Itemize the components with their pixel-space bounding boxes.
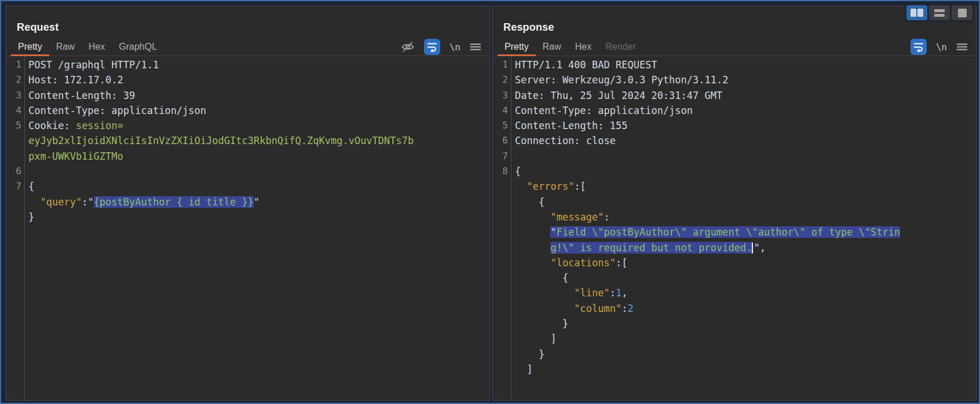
code-segment: 2 <box>628 303 634 314</box>
code-text: Content-Length: 39 <box>21 88 135 103</box>
code-text: ] <box>508 331 557 346</box>
line-number <box>493 270 508 285</box>
code-text: Content-Length: 155 <box>508 118 627 133</box>
word-wrap-button[interactable] <box>910 39 927 55</box>
code-row[interactable]: pxm-UWKVb1iGZTMo <box>6 149 489 164</box>
code-row[interactable]: 5Content-Length: 155 <box>493 118 976 133</box>
line-number: 4 <box>6 103 21 118</box>
code-segment: " <box>550 226 556 238</box>
code-segment: { <box>515 166 521 177</box>
code-row[interactable]: 6 <box>6 164 489 179</box>
code-row[interactable]: 7 <box>493 149 976 164</box>
code-segment: pxm-UWKVb1iGZTMo <box>28 150 123 162</box>
line-number: 2 <box>493 72 508 87</box>
response-tabbar: Pretty Raw Hex Render <box>493 38 976 56</box>
line-number: 5 <box>493 118 508 133</box>
code-segment <box>515 226 550 238</box>
line-number: 7 <box>493 149 508 164</box>
code-segment: g!\" is required but not provided. <box>550 242 752 254</box>
code-row[interactable]: "Field \"postByAuthor\" argument \"autho… <box>493 225 976 240</box>
code-text: g!\" is required but not provided.", <box>508 240 766 255</box>
code-segment: session= <box>76 120 123 131</box>
response-editor[interactable]: 1HTTP/1.1 400 BAD REQUEST2Server: Werkze… <box>493 56 976 400</box>
code-text: } <box>508 316 568 331</box>
layout-switch <box>905 3 974 22</box>
code-row[interactable]: 2Server: Werkzeug/3.0.3 Python/3.11.2 <box>493 72 976 87</box>
code-text: "errors":[ <box>508 179 586 194</box>
line-number <box>493 316 508 331</box>
line-number: 8 <box>493 164 508 179</box>
code-row[interactable]: ] <box>493 362 976 377</box>
word-wrap-button[interactable] <box>424 39 440 55</box>
code-row[interactable]: 5Cookie: session= <box>6 118 489 133</box>
code-row[interactable]: 1POST /graphql HTTP/1.1 <box>6 57 489 72</box>
menu-hamburger-icon[interactable] <box>470 41 481 53</box>
word-wrap-icon <box>427 42 437 52</box>
code-row[interactable]: 7{ <box>6 179 489 194</box>
code-row[interactable]: 3Date: Thu, 25 Jul 2024 20:31:47 GMT <box>493 88 976 103</box>
code-row[interactable]: 4Content-Type: application/json <box>493 103 976 118</box>
code-row[interactable]: 2Host: 172.17.0.2 <box>6 72 489 87</box>
code-segment: ] <box>515 333 557 344</box>
request-pane: Request Pretty Raw Hex GraphQL <box>6 6 490 401</box>
code-text: Cookie: session= <box>21 118 123 133</box>
code-row[interactable]: eyJyb2xlIjoidXNlciIsInVzZXIiOiJodGItc3Rk… <box>6 133 489 148</box>
code-row[interactable]: 1HTTP/1.1 400 BAD REQUEST <box>493 57 976 72</box>
code-segment: Server: Werkzeug/3.0.3 Python/3.11.2 <box>515 74 728 86</box>
line-number <box>493 331 508 346</box>
line-number <box>493 225 508 240</box>
line-number: 6 <box>493 133 508 148</box>
code-row[interactable]: 3Content-Length: 39 <box>6 88 489 103</box>
code-text: Content-Type: application/json <box>508 103 693 118</box>
line-number <box>493 179 508 194</box>
code-row[interactable]: "column":2 <box>493 301 976 316</box>
line-number: 1 <box>493 57 508 72</box>
code-row[interactable]: { <box>493 194 976 210</box>
code-row[interactable]: "query":"{postByAuthor { id title }}" <box>6 194 489 210</box>
request-editor[interactable]: 1POST /graphql HTTP/1.12Host: 172.17.0.2… <box>6 56 489 400</box>
code-text: "Field \"postByAuthor\" argument \"autho… <box>508 225 900 240</box>
line-number <box>493 362 508 377</box>
tab-request-hex[interactable]: Hex <box>82 38 112 56</box>
tab-request-graphql[interactable]: GraphQL <box>112 38 164 56</box>
code-segment <box>515 287 574 299</box>
single-pane-button[interactable] <box>952 5 972 20</box>
menu-hamburger-icon[interactable] <box>956 41 968 53</box>
code-text <box>21 164 28 179</box>
code-row[interactable]: { <box>493 270 976 285</box>
split-vertical-icon <box>917 9 923 17</box>
code-text: HTTP/1.1 400 BAD REQUEST <box>508 57 657 72</box>
code-row[interactable]: ] <box>493 331 976 346</box>
code-segment: } <box>28 211 34 223</box>
tab-request-pretty[interactable]: Pretty <box>11 38 49 56</box>
newline-toggle[interactable]: \n <box>449 42 460 53</box>
code-row[interactable]: g!\" is required but not provided.", <box>493 240 976 255</box>
split-vertical-button[interactable] <box>906 5 927 20</box>
tab-request-raw[interactable]: Raw <box>49 38 82 56</box>
code-row[interactable]: 8{ <box>493 164 976 179</box>
line-number: 3 <box>493 88 508 103</box>
code-row[interactable]: "message": <box>493 210 976 225</box>
code-row[interactable]: 4Content-Type: application/json <box>6 103 489 118</box>
code-row[interactable]: } <box>493 347 976 362</box>
hide-eye-slash-icon[interactable] <box>401 40 415 54</box>
code-text: Server: Werkzeug/3.0.3 Python/3.11.2 <box>508 72 728 87</box>
code-text: pxm-UWKVb1iGZTMo <box>21 149 123 164</box>
tab-response-pretty[interactable]: Pretty <box>498 38 536 56</box>
tab-response-hex[interactable]: Hex <box>568 38 598 56</box>
code-segment <box>28 196 40 208</box>
request-toolbar: \n <box>401 39 481 55</box>
code-row[interactable]: } <box>493 316 976 331</box>
code-row[interactable]: } <box>6 210 489 225</box>
tab-response-raw[interactable]: Raw <box>536 38 568 56</box>
code-row[interactable]: "errors":[ <box>493 179 976 194</box>
split-horizontal-button[interactable] <box>929 5 950 20</box>
code-row[interactable]: 6Connection: close <box>493 133 976 148</box>
code-text: } <box>21 210 34 225</box>
newline-toggle[interactable]: \n <box>936 42 947 53</box>
line-number: 3 <box>6 88 21 103</box>
code-row[interactable]: "line":1, <box>493 285 976 300</box>
code-text: "line":1, <box>508 285 628 300</box>
code-row[interactable]: "locations":[ <box>493 255 976 270</box>
code-text: ] <box>508 362 533 377</box>
